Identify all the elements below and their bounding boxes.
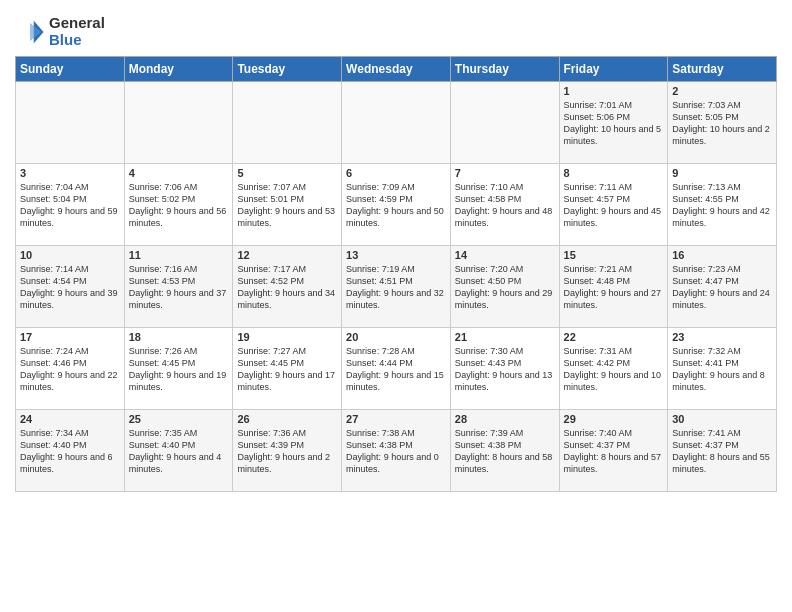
calendar-cell: 18Sunrise: 7:26 AM Sunset: 4:45 PM Dayli… <box>124 328 233 410</box>
week-row-1: 3Sunrise: 7:04 AM Sunset: 5:04 PM Daylig… <box>16 164 777 246</box>
cell-info: Sunrise: 7:03 AM Sunset: 5:05 PM Dayligh… <box>672 99 772 148</box>
calendar-cell <box>16 82 125 164</box>
calendar-cell <box>342 82 451 164</box>
calendar-cell: 29Sunrise: 7:40 AM Sunset: 4:37 PM Dayli… <box>559 410 668 492</box>
cell-info: Sunrise: 7:01 AM Sunset: 5:06 PM Dayligh… <box>564 99 664 148</box>
calendar-cell: 5Sunrise: 7:07 AM Sunset: 5:01 PM Daylig… <box>233 164 342 246</box>
day-number: 2 <box>672 85 772 97</box>
calendar-cell: 27Sunrise: 7:38 AM Sunset: 4:38 PM Dayli… <box>342 410 451 492</box>
calendar-cell <box>450 82 559 164</box>
cell-info: Sunrise: 7:38 AM Sunset: 4:38 PM Dayligh… <box>346 427 446 476</box>
cell-info: Sunrise: 7:36 AM Sunset: 4:39 PM Dayligh… <box>237 427 337 476</box>
header-area: General Blue <box>15 10 777 48</box>
weekday-header-wednesday: Wednesday <box>342 57 451 82</box>
day-number: 4 <box>129 167 229 179</box>
calendar-cell: 17Sunrise: 7:24 AM Sunset: 4:46 PM Dayli… <box>16 328 125 410</box>
calendar-cell: 15Sunrise: 7:21 AM Sunset: 4:48 PM Dayli… <box>559 246 668 328</box>
week-row-0: 1Sunrise: 7:01 AM Sunset: 5:06 PM Daylig… <box>16 82 777 164</box>
calendar-cell: 7Sunrise: 7:10 AM Sunset: 4:58 PM Daylig… <box>450 164 559 246</box>
calendar-cell: 12Sunrise: 7:17 AM Sunset: 4:52 PM Dayli… <box>233 246 342 328</box>
day-number: 25 <box>129 413 229 425</box>
day-number: 29 <box>564 413 664 425</box>
day-number: 30 <box>672 413 772 425</box>
weekday-header-saturday: Saturday <box>668 57 777 82</box>
weekday-header-sunday: Sunday <box>16 57 125 82</box>
cell-info: Sunrise: 7:19 AM Sunset: 4:51 PM Dayligh… <box>346 263 446 312</box>
day-number: 13 <box>346 249 446 261</box>
cell-info: Sunrise: 7:10 AM Sunset: 4:58 PM Dayligh… <box>455 181 555 230</box>
calendar-cell: 2Sunrise: 7:03 AM Sunset: 5:05 PM Daylig… <box>668 82 777 164</box>
day-number: 26 <box>237 413 337 425</box>
day-number: 10 <box>20 249 120 261</box>
calendar-cell <box>124 82 233 164</box>
day-number: 11 <box>129 249 229 261</box>
cell-info: Sunrise: 7:11 AM Sunset: 4:57 PM Dayligh… <box>564 181 664 230</box>
day-number: 19 <box>237 331 337 343</box>
cell-info: Sunrise: 7:31 AM Sunset: 4:42 PM Dayligh… <box>564 345 664 394</box>
weekday-header-monday: Monday <box>124 57 233 82</box>
cell-info: Sunrise: 7:39 AM Sunset: 4:38 PM Dayligh… <box>455 427 555 476</box>
day-number: 18 <box>129 331 229 343</box>
cell-info: Sunrise: 7:26 AM Sunset: 4:45 PM Dayligh… <box>129 345 229 394</box>
day-number: 24 <box>20 413 120 425</box>
calendar-cell: 9Sunrise: 7:13 AM Sunset: 4:55 PM Daylig… <box>668 164 777 246</box>
week-row-2: 10Sunrise: 7:14 AM Sunset: 4:54 PM Dayli… <box>16 246 777 328</box>
weekday-header-thursday: Thursday <box>450 57 559 82</box>
day-number: 28 <box>455 413 555 425</box>
cell-info: Sunrise: 7:20 AM Sunset: 4:50 PM Dayligh… <box>455 263 555 312</box>
cell-info: Sunrise: 7:07 AM Sunset: 5:01 PM Dayligh… <box>237 181 337 230</box>
cell-info: Sunrise: 7:34 AM Sunset: 4:40 PM Dayligh… <box>20 427 120 476</box>
week-row-3: 17Sunrise: 7:24 AM Sunset: 4:46 PM Dayli… <box>16 328 777 410</box>
cell-info: Sunrise: 7:17 AM Sunset: 4:52 PM Dayligh… <box>237 263 337 312</box>
calendar-cell: 30Sunrise: 7:41 AM Sunset: 4:37 PM Dayli… <box>668 410 777 492</box>
cell-info: Sunrise: 7:32 AM Sunset: 4:41 PM Dayligh… <box>672 345 772 394</box>
calendar-table: SundayMondayTuesdayWednesdayThursdayFrid… <box>15 56 777 492</box>
calendar-cell: 13Sunrise: 7:19 AM Sunset: 4:51 PM Dayli… <box>342 246 451 328</box>
weekday-header-tuesday: Tuesday <box>233 57 342 82</box>
day-number: 1 <box>564 85 664 97</box>
day-number: 6 <box>346 167 446 179</box>
calendar-cell: 11Sunrise: 7:16 AM Sunset: 4:53 PM Dayli… <box>124 246 233 328</box>
day-number: 15 <box>564 249 664 261</box>
calendar-cell: 22Sunrise: 7:31 AM Sunset: 4:42 PM Dayli… <box>559 328 668 410</box>
day-number: 12 <box>237 249 337 261</box>
day-number: 14 <box>455 249 555 261</box>
cell-info: Sunrise: 7:09 AM Sunset: 4:59 PM Dayligh… <box>346 181 446 230</box>
day-number: 7 <box>455 167 555 179</box>
calendar-cell <box>233 82 342 164</box>
logo: General Blue <box>15 15 105 48</box>
calendar-cell: 6Sunrise: 7:09 AM Sunset: 4:59 PM Daylig… <box>342 164 451 246</box>
cell-info: Sunrise: 7:24 AM Sunset: 4:46 PM Dayligh… <box>20 345 120 394</box>
cell-info: Sunrise: 7:41 AM Sunset: 4:37 PM Dayligh… <box>672 427 772 476</box>
cell-info: Sunrise: 7:14 AM Sunset: 4:54 PM Dayligh… <box>20 263 120 312</box>
day-number: 9 <box>672 167 772 179</box>
logo-text: General Blue <box>49 15 105 48</box>
day-number: 20 <box>346 331 446 343</box>
cell-info: Sunrise: 7:16 AM Sunset: 4:53 PM Dayligh… <box>129 263 229 312</box>
calendar-cell: 23Sunrise: 7:32 AM Sunset: 4:41 PM Dayli… <box>668 328 777 410</box>
calendar-cell: 3Sunrise: 7:04 AM Sunset: 5:04 PM Daylig… <box>16 164 125 246</box>
main-container: General Blue SundayMondayTuesdayWednesda… <box>0 0 792 502</box>
cell-info: Sunrise: 7:28 AM Sunset: 4:44 PM Dayligh… <box>346 345 446 394</box>
calendar-cell: 1Sunrise: 7:01 AM Sunset: 5:06 PM Daylig… <box>559 82 668 164</box>
cell-info: Sunrise: 7:23 AM Sunset: 4:47 PM Dayligh… <box>672 263 772 312</box>
calendar-cell: 28Sunrise: 7:39 AM Sunset: 4:38 PM Dayli… <box>450 410 559 492</box>
calendar-cell: 25Sunrise: 7:35 AM Sunset: 4:40 PM Dayli… <box>124 410 233 492</box>
logo-icon <box>15 17 45 47</box>
cell-info: Sunrise: 7:13 AM Sunset: 4:55 PM Dayligh… <box>672 181 772 230</box>
day-number: 22 <box>564 331 664 343</box>
calendar-cell: 16Sunrise: 7:23 AM Sunset: 4:47 PM Dayli… <box>668 246 777 328</box>
week-row-4: 24Sunrise: 7:34 AM Sunset: 4:40 PM Dayli… <box>16 410 777 492</box>
cell-info: Sunrise: 7:30 AM Sunset: 4:43 PM Dayligh… <box>455 345 555 394</box>
cell-info: Sunrise: 7:35 AM Sunset: 4:40 PM Dayligh… <box>129 427 229 476</box>
calendar-cell: 19Sunrise: 7:27 AM Sunset: 4:45 PM Dayli… <box>233 328 342 410</box>
day-number: 16 <box>672 249 772 261</box>
calendar-cell: 8Sunrise: 7:11 AM Sunset: 4:57 PM Daylig… <box>559 164 668 246</box>
weekday-header-row: SundayMondayTuesdayWednesdayThursdayFrid… <box>16 57 777 82</box>
weekday-header-friday: Friday <box>559 57 668 82</box>
calendar-cell: 10Sunrise: 7:14 AM Sunset: 4:54 PM Dayli… <box>16 246 125 328</box>
calendar-cell: 21Sunrise: 7:30 AM Sunset: 4:43 PM Dayli… <box>450 328 559 410</box>
cell-info: Sunrise: 7:27 AM Sunset: 4:45 PM Dayligh… <box>237 345 337 394</box>
calendar-cell: 4Sunrise: 7:06 AM Sunset: 5:02 PM Daylig… <box>124 164 233 246</box>
cell-info: Sunrise: 7:04 AM Sunset: 5:04 PM Dayligh… <box>20 181 120 230</box>
